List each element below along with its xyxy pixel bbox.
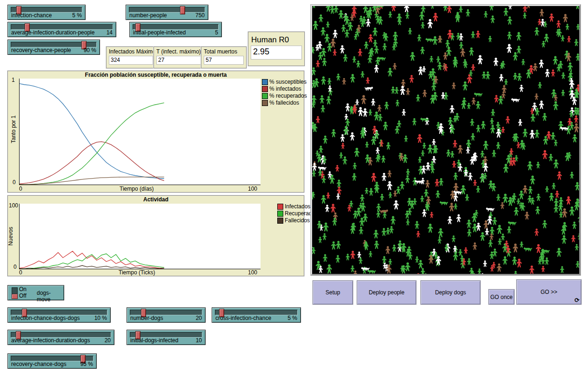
- x-tick-max: 100: [248, 269, 257, 276]
- agent-person: [374, 65, 379, 73]
- agent-person: [383, 122, 388, 130]
- agents-canvas: [312, 6, 579, 274]
- agent-person: [366, 77, 370, 84]
- agent-person: [574, 123, 579, 132]
- agent-person: [357, 252, 361, 258]
- agent-person: [390, 216, 395, 225]
- agent-person: [553, 101, 559, 110]
- agent-person: [335, 255, 340, 262]
- agent-person: [536, 244, 541, 253]
- agent-person: [397, 18, 401, 25]
- agent-dog: [426, 38, 434, 42]
- agent-person: [355, 99, 359, 105]
- agent-person: [321, 27, 326, 35]
- agent-person: [562, 208, 568, 218]
- agent-person: [522, 185, 528, 193]
- slider-average-infection-duration-people[interactable]: average-infection-duration-people14: [7, 22, 116, 37]
- agent-person: [418, 260, 423, 268]
- slider-label: initial-people-infected: [133, 29, 186, 36]
- switch-track[interactable]: [12, 287, 18, 299]
- agent-person: [530, 113, 535, 121]
- slider-recovery-chance-people[interactable]: recovery-chance-people90 %: [7, 40, 100, 55]
- deploy-dogs-button[interactable]: Deploy dogs: [421, 280, 481, 305]
- agent-person: [467, 103, 471, 109]
- agent-person: [439, 178, 443, 186]
- agent-person: [575, 261, 579, 268]
- legend-swatch: [262, 100, 268, 106]
- agent-person: [412, 118, 416, 125]
- legend-label: Fallecidos: [285, 217, 310, 224]
- agent-person: [555, 191, 559, 198]
- agent-person: [538, 19, 541, 26]
- agent-person: [572, 134, 577, 142]
- agent-person: [522, 129, 528, 137]
- go-once-button[interactable]: GO once: [488, 289, 514, 305]
- agent-person: [508, 6, 512, 9]
- agent-person: [461, 100, 466, 109]
- agent-person: [393, 191, 397, 197]
- switch-off-label: Off: [19, 292, 27, 299]
- slider-average-infection-duration-dogs[interactable]: average-infection-duration-dogs20: [7, 330, 114, 345]
- agent-person: [333, 30, 338, 38]
- agent-person: [468, 173, 473, 180]
- agent-person: [516, 259, 521, 267]
- slider-recovery-chance-dogs[interactable]: recovery-chance-dogs95 %: [7, 353, 97, 369]
- slider-infection-chance[interactable]: infection-chance5 %: [7, 5, 86, 20]
- agent-person: [574, 115, 579, 123]
- world-view[interactable]: [311, 5, 581, 275]
- legend-swatch: [262, 86, 268, 92]
- agent-person: [313, 21, 318, 30]
- agent-person: [312, 6, 316, 8]
- agent-person: [499, 74, 504, 81]
- slider-label: infection-chance-dogs-dogs: [11, 315, 80, 321]
- agent-person: [527, 6, 530, 8]
- switch-dogs-move[interactable]: On Off dogs-move: [7, 285, 64, 300]
- setup-button[interactable]: Setup: [313, 280, 353, 305]
- y-tick-min: 0: [13, 179, 16, 186]
- agent-person: [327, 78, 332, 85]
- agent-person: [365, 188, 368, 194]
- agent-person: [342, 156, 347, 164]
- slider-cross-infection-chance[interactable]: cross-infection-chance5 %: [212, 307, 301, 323]
- agent-person: [421, 6, 426, 13]
- agent-person: [569, 206, 575, 216]
- agent-person: [324, 34, 329, 43]
- slider-initial-people-infected[interactable]: initial-people-infected5: [129, 22, 222, 37]
- slider-number-dogs[interactable]: number-dogs20: [127, 307, 206, 323]
- agent-person: [445, 40, 450, 47]
- agent-person: [402, 154, 408, 163]
- agent-person: [538, 82, 542, 88]
- agent-person: [454, 183, 459, 192]
- slider-infection-chance-dogs-dogs[interactable]: infection-chance-dogs-dogs10 %: [7, 307, 111, 323]
- agent-person: [424, 189, 428, 197]
- agent-person: [429, 56, 434, 62]
- monitor-value: 57: [204, 56, 244, 65]
- agent-person: [356, 207, 361, 216]
- legend-item: % fallecidos: [262, 100, 307, 106]
- slider-number-people[interactable]: number-people750: [126, 5, 208, 20]
- go-forever-button[interactable]: GO >> ⟳: [516, 279, 581, 305]
- agent-person: [519, 85, 523, 92]
- agent-person: [466, 140, 471, 148]
- agent-person: [523, 13, 527, 19]
- deploy-people-button[interactable]: Deploy people: [357, 280, 416, 305]
- agent-person: [435, 190, 440, 198]
- agent-person: [368, 109, 372, 116]
- agent-person: [337, 179, 341, 187]
- agent-person: [543, 136, 548, 145]
- agent-person: [368, 34, 373, 42]
- agent-person: [471, 64, 475, 71]
- agent-person: [386, 246, 390, 254]
- series-line: [20, 103, 164, 185]
- agent-person: [318, 52, 323, 60]
- agent-person: [377, 105, 381, 112]
- plot-legend: % susceptibles% infectados% recuperados%…: [262, 79, 307, 106]
- agent-person: [501, 233, 505, 240]
- slider-initial-dogs-infected[interactable]: initial-dogs-infected10: [127, 330, 206, 345]
- agent-person: [406, 88, 410, 95]
- plot-x-axis-label: Tiempo (Ticks): [119, 269, 155, 276]
- legend-item: % susceptibles: [262, 79, 307, 85]
- legend-label: % susceptibles: [269, 79, 307, 85]
- switch-handle[interactable]: [12, 294, 18, 299]
- agent-person: [481, 273, 484, 274]
